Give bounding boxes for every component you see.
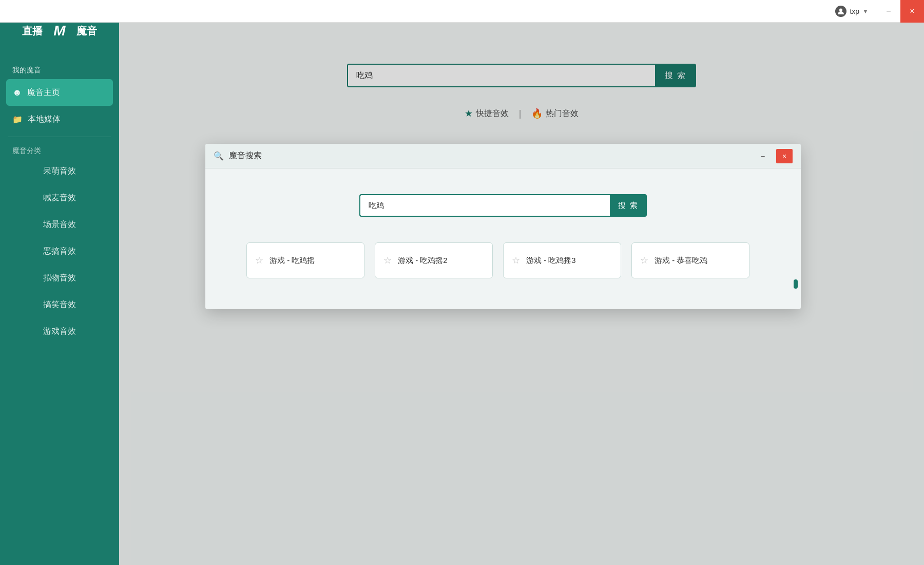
category-scene-label: 场景音效 [43,219,76,230]
sidebar: 直播 M 魔音 我的魔音 ☻ 魔音主页 📁 本地媒体 魔音分类 呆萌音效 喊麦音… [0,0,119,565]
nav-home-label: 魔音主页 [27,87,60,98]
modal-title-bar: 🔍 魔音搜索 − × [205,144,801,168]
result-card-2[interactable]: ☆ 游戏 - 吃鸡摇3 [503,242,621,278]
modal-search-icon: 🔍 [214,151,224,161]
modal-search-button[interactable]: 搜 索 [610,194,647,217]
svg-point-0 [839,8,842,11]
category-shout[interactable]: 喊麦音效 [0,184,119,211]
dropdown-arrow[interactable]: ▼ [862,8,869,15]
sidebar-logo-left: 直播 [22,24,43,38]
window-controls: − × [877,0,924,23]
nav-local-label: 本地媒体 [28,114,61,125]
my-moyin-section: 我的魔音 [0,62,119,79]
category-game[interactable]: 游戏音效 [0,318,119,345]
modal-minimize-button[interactable]: − [755,149,771,163]
logo-m-icon: M [53,23,65,39]
nav-local-media[interactable]: 📁 本地媒体 [0,106,119,133]
modal-title: 魔音搜索 [229,150,749,161]
sidebar-divider [8,137,111,137]
category-funny[interactable]: 搞笑音效 [0,291,119,318]
category-cute-label: 呆萌音效 [43,166,76,177]
nav-home[interactable]: ☻ 魔音主页 [6,79,113,106]
result-star-icon-1: ☆ [383,255,392,266]
username-label: txp [850,7,859,15]
result-card-text-3: 游戏 - 恭喜吃鸡 [654,256,707,266]
category-cute[interactable]: 呆萌音效 [0,158,119,184]
title-bar: txp ▼ − × [0,0,924,23]
modal-search-bar: 搜 索 [359,194,647,217]
result-card-3[interactable]: ☆ 游戏 - 恭喜吃鸡 [631,242,749,278]
result-card-text-1: 游戏 - 吃鸡摇2 [398,256,448,266]
category-object-label: 拟物音效 [43,273,76,284]
sidebar-logo-right: 魔音 [76,24,97,38]
result-card-text-0: 游戏 - 吃鸡摇 [270,256,315,266]
result-card-0[interactable]: ☆ 游戏 - 吃鸡摇 [246,242,364,278]
modal-body: 搜 索 ☆ 游戏 - 吃鸡摇 ☆ 游戏 - 吃鸡摇2 ☆ 游戏 - 吃鸡摇3 ☆… [205,168,801,309]
modal-search-input[interactable] [359,194,610,217]
results-grid: ☆ 游戏 - 吃鸡摇 ☆ 游戏 - 吃鸡摇2 ☆ 游戏 - 吃鸡摇3 ☆ 游戏 … [246,242,760,278]
category-shout-label: 喊麦音效 [43,193,76,203]
result-card-1[interactable]: ☆ 游戏 - 吃鸡摇2 [375,242,493,278]
result-card-text-2: 游戏 - 吃鸡摇3 [526,256,576,266]
result-star-icon-3: ☆ [640,255,648,266]
category-prank-label: 恶搞音效 [43,246,76,257]
result-star-icon-0: ☆ [255,255,263,266]
folder-icon: 📁 [12,115,23,124]
category-prank[interactable]: 恶搞音效 [0,238,119,265]
close-button[interactable]: × [900,0,924,23]
modal-scrollbar[interactable] [794,279,798,289]
sidebar-logo-icon: M [47,22,72,40]
result-star-icon-2: ☆ [512,255,520,266]
search-modal: 🔍 魔音搜索 − × 搜 索 ☆ 游戏 - 吃鸡摇 ☆ 游戏 - 吃鸡摇2 ☆ … [205,144,801,309]
user-avatar [835,6,846,17]
category-funny-label: 搞笑音效 [43,299,76,310]
home-icon: ☻ [12,87,22,98]
category-section-label: 魔音分类 [0,141,119,158]
category-scene[interactable]: 场景音效 [0,211,119,238]
user-info: txp ▼ [827,6,877,17]
category-object[interactable]: 拟物音效 [0,265,119,291]
modal-close-button[interactable]: × [776,149,793,163]
category-game-label: 游戏音效 [43,326,76,337]
minimize-button[interactable]: − [877,0,900,23]
